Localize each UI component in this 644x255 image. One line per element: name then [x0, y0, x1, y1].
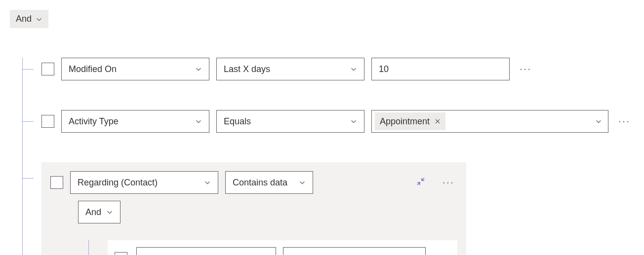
value-tag: Appointment: [375, 112, 445, 130]
tag-label: Appointment: [380, 116, 430, 127]
row-checkbox[interactable]: [41, 115, 54, 128]
nested-logical-operator[interactable]: And: [78, 201, 121, 223]
chevron-down-icon: [195, 118, 202, 125]
field-select[interactable]: Activity Type: [61, 110, 209, 133]
operator-label: Contains data: [233, 178, 287, 188]
chevron-down-icon: [204, 179, 211, 186]
operator-select[interactable]: Last X days: [216, 58, 364, 80]
field-label: Activity Type: [69, 116, 119, 127]
chevron-down-icon: [299, 179, 306, 186]
root-operator-label: And: [16, 14, 32, 24]
row-checkbox[interactable]: [115, 252, 127, 255]
field-select[interactable]: Modified On: [61, 58, 209, 80]
field-label: Regarding (Contact): [78, 178, 158, 188]
group-more-actions[interactable]: ···: [440, 177, 457, 188]
operator-label: Equals: [224, 116, 251, 127]
chevron-down-icon: [595, 118, 602, 125]
row-more-actions[interactable]: ···: [517, 64, 534, 74]
chevron-down-icon: [36, 16, 42, 23]
chevron-down-icon: [195, 66, 202, 73]
related-entity-header: Regarding (Contact) Contains data: [50, 171, 457, 194]
close-icon[interactable]: [435, 118, 441, 124]
condition-row: Modified On Last X days 10 ···: [41, 58, 634, 80]
condition-row: Owner Equals current user ···: [108, 240, 457, 255]
operator-select[interactable]: Equals current user: [283, 247, 426, 255]
chevron-down-icon: [350, 118, 357, 125]
chevron-down-icon: [350, 66, 357, 73]
root-logical-operator[interactable]: And: [10, 10, 48, 28]
collapse-icon[interactable]: [416, 177, 426, 189]
tree-connector-line: [88, 240, 89, 255]
field-label: Owner: [144, 254, 170, 255]
operator-label: Last X days: [224, 64, 270, 74]
value-multiselect[interactable]: Appointment: [371, 110, 608, 133]
value-input[interactable]: 10: [371, 58, 510, 80]
tree-connector-line: [22, 58, 23, 255]
row-more-actions[interactable]: ···: [433, 253, 450, 255]
field-select[interactable]: Owner: [136, 247, 276, 255]
condition-row: Activity Type Equals Appointment ···: [41, 110, 634, 133]
chevron-down-icon: [106, 209, 113, 216]
related-operator-select[interactable]: Contains data: [225, 171, 313, 194]
row-more-actions[interactable]: ···: [615, 116, 633, 127]
related-entity-group: Regarding (Contact) Contains data: [41, 162, 466, 255]
field-label: Modified On: [69, 64, 117, 74]
value-text: 10: [379, 64, 389, 74]
nested-operator-label: And: [85, 207, 101, 218]
related-field-select[interactable]: Regarding (Contact): [70, 171, 218, 194]
row-checkbox[interactable]: [50, 176, 63, 189]
row-checkbox[interactable]: [41, 63, 54, 75]
operator-label: Equals current user: [290, 254, 367, 255]
operator-select[interactable]: Equals: [216, 110, 364, 133]
